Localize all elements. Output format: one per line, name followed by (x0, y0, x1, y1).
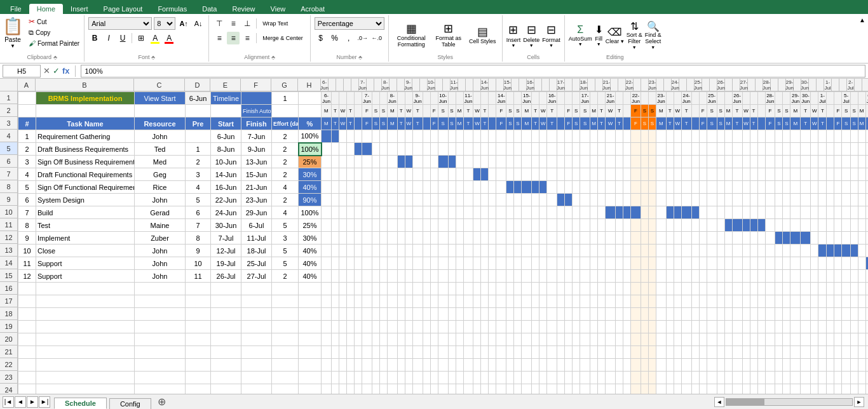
cell-8-7[interactable]: 4 (272, 181, 299, 194)
gantt-data-cell-r8-c13[interactable] (430, 194, 438, 206)
gantt-data-cell-r15-c50[interactable] (742, 283, 750, 295)
gantt-data-cell-r6-c9[interactable] (397, 168, 405, 181)
gantt-data-cell-r19-c2[interactable] (339, 333, 346, 346)
gantt-data-cell-r5-c21[interactable] (496, 156, 506, 168)
cell-16-6[interactable] (241, 283, 272, 295)
gantt-data-cell-r10-c9[interactable] (397, 219, 405, 232)
table-row[interactable]: 10CloseJohn912-Jul18-Jul540% (18, 245, 869, 257)
italic-button[interactable]: I (102, 32, 115, 44)
gantt-data-cell-r21-c27[interactable] (547, 359, 557, 372)
gantt-data-cell-r17-c9[interactable] (397, 308, 405, 321)
gantt-data-cell-r18-c27[interactable] (547, 321, 557, 333)
gantt-data-cell-r7-c16[interactable] (456, 181, 463, 194)
gantt-data-cell-r23-c10[interactable] (405, 384, 412, 394)
gantt-data-cell-r9-c56[interactable] (790, 206, 801, 219)
gantt-data-cell-r12-c50[interactable] (742, 245, 750, 257)
gantt-data-cell-r3-c33[interactable] (598, 130, 606, 143)
gantt-data-cell-r16-c13[interactable] (430, 295, 438, 308)
gantt-data-cell-r18-c57[interactable] (801, 321, 811, 333)
gantt-data-cell-r13-c21[interactable] (496, 257, 506, 270)
gantt-data-cell-r12-c60[interactable] (827, 245, 834, 257)
gantt-data-cell-r5-c42[interactable] (674, 156, 681, 168)
gantt-data-cell-r23-c44[interactable] (691, 384, 699, 394)
gantt-data-cell-r19-c56[interactable] (790, 333, 801, 346)
gantt-data-cell-r10-c25[interactable] (532, 219, 539, 232)
gantt-data-cell-r19-c52[interactable] (757, 333, 765, 346)
gantt-data-cell-r13-c2[interactable] (339, 257, 346, 270)
gantt-data-cell-r17-c55[interactable] (783, 308, 790, 321)
gantt-data-cell-r18-c32[interactable] (590, 321, 598, 333)
gantt-data-cell-r12-c15[interactable] (448, 245, 456, 257)
gantt-data-cell-r16-c39[interactable] (648, 295, 656, 308)
gantt-data-cell-r5-c29[interactable] (565, 156, 573, 168)
gantt-data-cell-r20-c21[interactable] (496, 346, 506, 359)
gantt-data-cell-r9-c2[interactable] (339, 206, 346, 219)
cell-2-8[interactable] (299, 105, 322, 117)
gantt-data-cell-r6-c42[interactable] (674, 168, 681, 181)
gantt-data-cell-r10-c44[interactable] (691, 219, 699, 232)
cell-22-8[interactable] (299, 359, 322, 372)
gantt-data-cell-r21-c43[interactable] (681, 359, 691, 372)
gantt-data-cell-r15-c46[interactable] (707, 283, 717, 295)
gantt-data-cell-r3-c64[interactable] (858, 130, 865, 143)
gantt-data-cell-r20-c32[interactable] (590, 346, 598, 359)
gantt-col-header-28[interactable] (534, 79, 542, 91)
gantt-data-cell-r13-c64[interactable] (858, 257, 865, 270)
gantt-data-cell-r15-c33[interactable] (598, 283, 606, 295)
cell-16-7[interactable] (272, 283, 299, 295)
gantt-data-cell-r23-c13[interactable] (430, 384, 438, 394)
gantt-data-cell-r16-c22[interactable] (506, 295, 514, 308)
gantt-data-cell-r20-c58[interactable] (811, 346, 818, 359)
gantt-data-cell-r9-c4[interactable] (354, 206, 362, 219)
gantt-data-cell-r6-c29[interactable] (565, 168, 573, 181)
gantt-data-cell-r3-c48[interactable] (724, 130, 732, 143)
gantt-data-cell-r4-c27[interactable] (547, 143, 557, 156)
gantt-data-cell-r10-c17[interactable] (463, 219, 473, 232)
cell-21-6[interactable] (241, 346, 272, 359)
gantt-data-cell-r16-c45[interactable] (699, 295, 707, 308)
gantt-data-cell-r12-c34[interactable] (606, 245, 616, 257)
gantt-data-cell-r23-c11[interactable] (412, 384, 423, 394)
gantt-data-cell-r9-c49[interactable] (732, 206, 742, 219)
gantt-data-cell-r4-c24[interactable] (522, 143, 532, 156)
gantt-data-cell-r9-c48[interactable] (724, 206, 732, 219)
gantt-data-cell-r13-c39[interactable] (648, 257, 656, 270)
gantt-data-cell-r13-c41[interactable] (666, 257, 674, 270)
gantt-col-header-69[interactable]: 2-Jul (847, 79, 855, 91)
gantt-data-cell-r9-c44[interactable] (691, 206, 699, 219)
gantt-data-cell-r19-c42[interactable] (674, 333, 681, 346)
gantt-data-cell-r12-c64[interactable] (858, 245, 865, 257)
gantt-data-cell-r21-c30[interactable] (573, 359, 580, 372)
gantt-data-cell-r21-c19[interactable] (481, 359, 489, 372)
gantt-data-cell-r14-c30[interactable] (573, 270, 580, 283)
cell-5-3[interactable]: Ted (135, 143, 186, 156)
gantt-data-cell-r16-c2[interactable] (339, 295, 346, 308)
gantt-col-header-2[interactable] (336, 79, 344, 91)
gantt-data-cell-r18-c51[interactable] (750, 321, 757, 333)
gantt-data-cell-r21-c46[interactable] (707, 359, 717, 372)
cell-11-2[interactable]: Test (36, 219, 135, 232)
sheet-tab-schedule[interactable]: Schedule (53, 395, 108, 409)
gantt-data-cell-r5-c58[interactable] (811, 156, 818, 168)
gantt-data-cell-r11-c51[interactable] (750, 232, 757, 245)
cell-24-8[interactable] (299, 384, 322, 394)
gantt-data-cell-r16-c57[interactable] (801, 295, 811, 308)
gantt-data-cell-r8-c51[interactable] (750, 194, 757, 206)
gantt-data-cell-r22-c7[interactable] (379, 372, 387, 384)
gantt-data-cell-r5-c30[interactable] (573, 156, 580, 168)
cell-16-8[interactable] (299, 283, 322, 295)
gantt-data-cell-r12-c9[interactable] (397, 245, 405, 257)
gantt-data-cell-r8-c54[interactable] (775, 194, 783, 206)
gantt-data-cell-r11-c48[interactable] (724, 232, 732, 245)
gantt-data-cell-r5-c55[interactable] (783, 156, 790, 168)
gantt-data-cell-r8-c29[interactable] (565, 194, 573, 206)
gantt-data-cell-r14-c1[interactable] (331, 270, 339, 283)
cell-3-5[interactable]: Start (211, 117, 241, 130)
gantt-data-cell-r19-c51[interactable] (750, 333, 757, 346)
gantt-data-cell-r12-c7[interactable] (379, 245, 387, 257)
gantt-data-cell-r12-c61[interactable] (834, 245, 842, 257)
cell-styles-button[interactable]: ▤ Cell Styles (468, 25, 497, 45)
gantt-data-cell-r18-c34[interactable] (606, 321, 616, 333)
gantt-data-cell-r8-c11[interactable] (412, 194, 423, 206)
gantt-data-cell-r6-c54[interactable] (775, 168, 783, 181)
